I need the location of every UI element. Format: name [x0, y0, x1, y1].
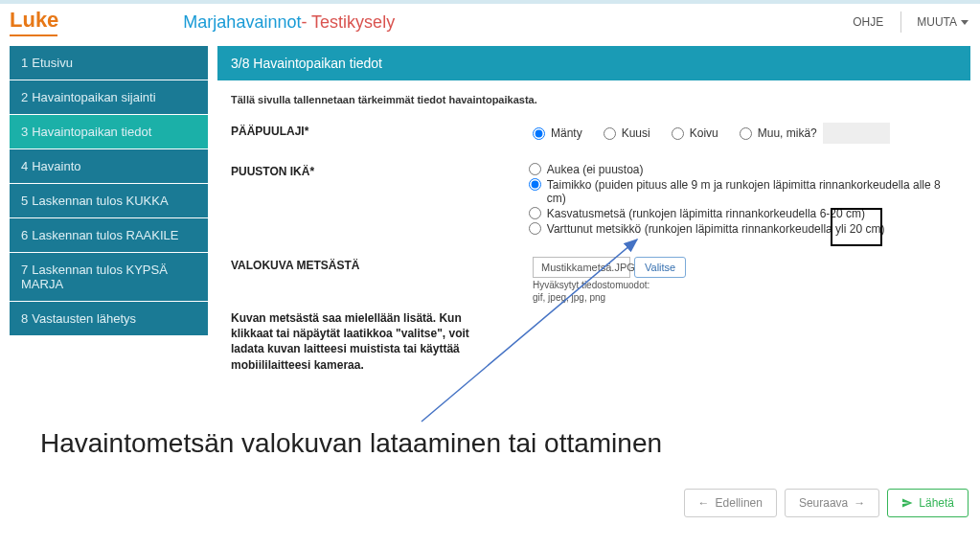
sidebar-item-raakile[interactable]: 6Laskennan tulos RAAKILE	[10, 218, 208, 253]
paper-plane-icon	[901, 497, 913, 509]
radio-kuusi-input[interactable]	[604, 127, 616, 140]
radio-taimikko[interactable]: Taimikko (puiden pituus alle 9 m ja runk…	[529, 178, 957, 205]
radio-kasvatus[interactable]: Kasvatusmetsä (runkojen läpimitta rinnan…	[529, 207, 957, 220]
change-label: MUUTA	[917, 15, 957, 29]
annotation-caption: Havaintometsän valokuvan lataaminen tai …	[40, 428, 662, 459]
radio-manty[interactable]: Mänty	[533, 126, 582, 140]
sidebar-item-etusivu[interactable]: 1Etusivu	[10, 46, 208, 80]
options-paapuulaji: Mänty Kuusi Koivu Muu, mikä?	[533, 123, 890, 144]
arrow-right-icon	[854, 496, 865, 510]
radio-varttunut[interactable]: Varttunut metsikkö (runkojen läpimitta r…	[529, 222, 957, 236]
header-bar: Luke Marjahavainnot- Testikysely OHJE MU…	[0, 0, 980, 46]
radio-aukea[interactable]: Aukea (ei puustoa)	[529, 163, 957, 176]
send-button[interactable]: Lähetä	[887, 489, 969, 517]
panel-body: Tällä sivulla tallennetaan tärkeimmät ti…	[217, 80, 970, 430]
radio-koivu-input[interactable]	[672, 127, 684, 140]
radio-muu-input[interactable]	[740, 127, 752, 140]
title-main: Marjahavainnot	[183, 12, 301, 32]
file-browse-button[interactable]: Valitse	[634, 257, 686, 278]
header-right: OHJE MUUTA	[853, 11, 969, 33]
radio-koivu[interactable]: Koivu	[672, 126, 718, 140]
options-puustonika: Aukea (ei puustoa) Taimikko (puiden pitu…	[529, 163, 957, 238]
sidebar: 1Etusivu 2Havaintopaikan sijainti 3Havai…	[10, 46, 208, 430]
label-valokuva: VALOKUVA METSÄSTÄ	[231, 257, 533, 272]
radio-kuusi[interactable]: Kuusi	[604, 126, 650, 140]
row-valokuva-desc: Kuvan metsästä saa mielellään lisätä. Ku…	[231, 310, 957, 373]
sidebar-item-sijainti[interactable]: 2Havaintopaikan sijainti	[10, 80, 208, 115]
sidebar-item-havainto[interactable]: 4Havainto	[10, 149, 208, 184]
file-controls: Mustikkametsä.JPG Valitse	[533, 257, 686, 278]
radio-muu[interactable]: Muu, mikä?	[740, 123, 890, 144]
row-paapuulaji: PÄÄPUULAJI* Mänty Kuusi Koivu Muu, mikä?	[231, 123, 957, 144]
sidebar-item-lahetys[interactable]: 8Vastausten lähetys	[10, 302, 208, 336]
help-link[interactable]: OHJE	[853, 15, 883, 29]
panel-description: Tällä sivulla tallennetaan tärkeimmät ti…	[231, 94, 957, 105]
file-name-display[interactable]: Mustikkametsä.JPG	[533, 257, 630, 278]
prev-button[interactable]: Edellinen	[684, 489, 777, 517]
sidebar-item-kukka[interactable]: 5Laskennan tulos KUKKA	[10, 184, 208, 218]
sidebar-item-kypsamarja[interactable]: 7Laskennan tulos KYPSÄ MARJA	[10, 253, 208, 302]
panel-header: 3/8 Havaintopaikan tiedot	[217, 46, 970, 80]
next-button[interactable]: Seuraava	[785, 489, 879, 517]
file-upload-area: Mustikkametsä.JPG Valitse Hyväksytyt tie…	[533, 257, 686, 303]
label-paapuulaji: PÄÄPUULAJI*	[231, 123, 533, 138]
radio-varttunut-input[interactable]	[529, 222, 541, 235]
change-menu-button[interactable]: MUUTA	[917, 15, 969, 29]
main-panel: 3/8 Havaintopaikan tiedot Tällä sivulla …	[217, 46, 970, 430]
separator	[900, 11, 901, 33]
page-title: Marjahavainnot- Testikysely	[183, 12, 395, 33]
valokuva-description: Kuvan metsästä saa mielellään lisätä. Ku…	[231, 310, 480, 373]
logo-underline	[10, 34, 57, 36]
window-top-strip	[0, 0, 980, 4]
radio-manty-input[interactable]	[533, 127, 545, 140]
file-hint-line1: Hyväksytyt tiedostomuodot:	[533, 280, 686, 290]
radio-aukea-input[interactable]	[529, 163, 541, 175]
footer-buttons: Edellinen Seuraava Lähetä	[684, 489, 969, 517]
chevron-down-icon	[961, 20, 969, 25]
radio-kasvatus-input[interactable]	[529, 207, 541, 219]
muu-text-input[interactable]	[823, 123, 890, 144]
logo[interactable]: Luke	[10, 8, 58, 36]
row-puustonika: PUUSTON IKÄ* Aukea (ei puustoa) Taimikko…	[231, 163, 957, 238]
logo-text: Luke	[10, 8, 58, 33]
sidebar-item-tiedot[interactable]: 3Havaintopaikan tiedot	[10, 115, 208, 149]
page-body: 1Etusivu 2Havaintopaikan sijainti 3Havai…	[0, 46, 980, 430]
header-left: Luke Marjahavainnot- Testikysely	[10, 8, 395, 36]
arrow-left-icon	[698, 496, 710, 510]
file-hint-line2: gif, jpeg, jpg, png	[533, 292, 686, 303]
row-valokuva: VALOKUVA METSÄSTÄ Mustikkametsä.JPG Vali…	[231, 257, 957, 303]
label-puustonika: PUUSTON IKÄ*	[231, 163, 529, 178]
title-sub: - Testikysely	[301, 12, 395, 32]
radio-taimikko-input[interactable]	[529, 178, 541, 191]
